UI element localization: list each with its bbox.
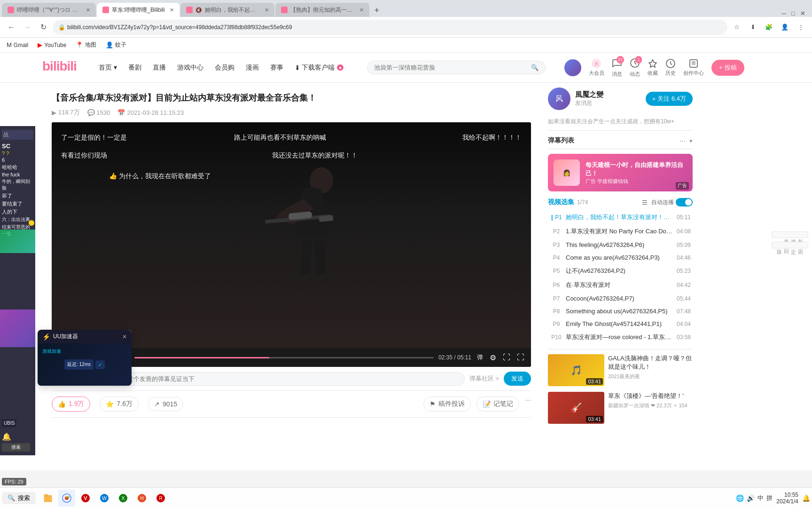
window-minimize-btn[interactable]: ─	[780, 9, 788, 17]
like-btn[interactable]: 👍 1.9万	[52, 397, 90, 412]
more-actions-btn[interactable]: ⋯	[525, 397, 531, 412]
network-icon[interactable]: 🌐	[736, 494, 744, 502]
taskbar-browser-btn[interactable]	[58, 490, 75, 507]
clock-date: 2024/1/4	[776, 498, 798, 505]
danmaku-submit-btn[interactable]: 发送	[504, 372, 531, 386]
playlist-item-p4[interactable]: P4 Come as you are(Av62763264,P3) 04:46	[548, 251, 693, 264]
extension-btn[interactable]: 🧩	[762, 21, 775, 34]
taskbar-search[interactable]: 🔍 搜索	[2, 492, 36, 504]
history-icon-wrap[interactable]: 历史	[665, 58, 676, 77]
theater-btn[interactable]: ⛶	[502, 352, 511, 363]
author-avatar[interactable]: 风	[548, 87, 570, 110]
progress-bar[interactable]	[134, 357, 434, 358]
bookmark-maps[interactable]: 📍 地图	[74, 40, 98, 50]
playlist-item-p7[interactable]: P7 Cocoon(Av62763264,P7) 05:44	[548, 292, 693, 305]
tab-close-4[interactable]: ✕	[359, 7, 364, 13]
playlist-item-p9[interactable]: P9 Emily The Ghost(Av457142441,P1) 04:04	[548, 318, 693, 330]
search-input[interactable]	[374, 64, 527, 71]
bookmark-star-btn[interactable]: ☆	[730, 21, 743, 34]
playlist-item-p6[interactable]: P6 在·草东没有派对 04:42	[548, 278, 693, 292]
user-avatar[interactable]	[564, 59, 581, 76]
forward-btn[interactable]: →	[21, 21, 34, 34]
tab-close-3[interactable]: ✕	[265, 7, 269, 13]
creation-icon-wrap[interactable]: 创作中心	[683, 58, 704, 77]
playlist-list-icon[interactable]: ☰	[642, 199, 648, 206]
danmaku-toggle-btn[interactable]: 弹	[476, 352, 484, 363]
volume-sys-icon[interactable]: 🔊	[747, 494, 755, 502]
ime-icon[interactable]: 中	[757, 494, 764, 502]
new-danmaku-btn[interactable]: 新弹幕	[772, 231, 808, 238]
feedback-btn[interactable]: 固定回版	[772, 242, 808, 248]
report-btn[interactable]: ⚑ 稿件投诉	[423, 397, 471, 412]
download-btn[interactable]: ⬇	[746, 21, 759, 34]
overlay-search-btn[interactable]: 搜索	[2, 443, 30, 452]
author-action[interactable]: 发消息	[575, 99, 641, 107]
playlist-item-p10[interactable]: P10 草东没有派对—rose colored - 1.草东没有… 03:58	[548, 330, 693, 344]
playlist-item-p8[interactable]: P8 Something about us(Av62763264,P5) 07:…	[548, 305, 693, 318]
window-restore-btn[interactable]: □	[789, 9, 797, 17]
taskbar-files-btn[interactable]	[39, 490, 56, 507]
favorites-icon-wrap[interactable]: 收藏	[648, 58, 658, 77]
tab-4[interactable]: 【熟肉】彻元知的高一后巅峰狂... ✕	[275, 3, 369, 17]
taskbar-app4-btn[interactable]: W	[96, 490, 113, 507]
autoplay-toggle[interactable]: 自动连播	[651, 198, 693, 206]
danmaku-input[interactable]	[127, 375, 458, 382]
nav-match[interactable]: 赛事	[265, 61, 288, 75]
tab-close-1[interactable]: ✕	[86, 7, 90, 13]
tab-3[interactable]: 🔇 她明白，我给不起！草东没... ✕	[180, 3, 274, 17]
danmaku-expand-icon[interactable]: ▾	[689, 137, 693, 144]
tab-2[interactable]: 草东:哔哩哔哩_Bilibili ✕	[97, 3, 180, 17]
favorite-btn[interactable]: ⭐ 7.6万	[100, 397, 138, 412]
settings-btn[interactable]: ⋮	[794, 21, 807, 34]
reload-btn[interactable]: ↻	[37, 21, 50, 34]
new-tab-button[interactable]: +	[370, 4, 383, 17]
playlist-item-p2[interactable]: P2 1.草东没有派对 No Party For Cao Dong - … 04…	[548, 224, 693, 238]
settings-video-btn[interactable]: ⚙	[489, 352, 497, 363]
tab-1[interactable]: 哔哩哔哩（"°∀°")つロ 干杯~-bili... ✕	[2, 3, 96, 17]
nav-home[interactable]: 首页 ▾	[94, 61, 122, 75]
ad-banner[interactable]: 👩 每天建模一小时，自由搭建单养活自己！ 广告 学建模赚钱钱 广告	[548, 154, 693, 191]
bookmark-gmail[interactable]: M Gmail	[5, 40, 30, 49]
recommend-card-gala[interactable]: 🎵 03:41 GALA洗脑神曲！走调？哑？但就是这个味儿！ 2021最美的夜	[548, 349, 693, 386]
search-btn[interactable]: 🔍	[531, 64, 539, 71]
share-btn[interactable]: ↗ 9015	[148, 397, 183, 411]
nav-anime[interactable]: 番剧	[124, 61, 146, 75]
taskbar-antivirus-btn[interactable]: V	[77, 490, 94, 507]
toggle-track[interactable]	[676, 198, 693, 206]
bili-logo[interactable]: bilibili	[42, 58, 80, 77]
profile-btn[interactable]: 👤	[778, 21, 791, 34]
danmaku-input-wrap[interactable]	[120, 372, 465, 386]
back-btn[interactable]: ←	[5, 21, 18, 34]
notes-btn[interactable]: 📝 记笔记	[476, 397, 519, 412]
bookmark-app[interactable]: 👤 蚊子	[104, 40, 128, 50]
bili-search-bar[interactable]: 🔍	[367, 61, 546, 74]
nav-live[interactable]: 直播	[148, 61, 171, 75]
tab-close-2[interactable]: ✕	[170, 7, 174, 13]
taskbar-app7-btn[interactable]: R	[152, 490, 169, 507]
vip-icon-wrap[interactable]: 大 大会员	[589, 58, 604, 77]
nav-shop[interactable]: 会员购	[210, 61, 239, 75]
playlist-item-p5[interactable]: P5 让不(Av62763264,P2) 05:23	[548, 264, 693, 278]
dynamic-icon-wrap[interactable]: 1 动态	[630, 58, 640, 78]
nav-comic[interactable]: 漫画	[241, 61, 264, 75]
notification-center-icon[interactable]: 🔔	[802, 494, 810, 502]
follow-btn[interactable]: + 关注 6.4万	[646, 92, 693, 106]
nav-game[interactable]: 游戏中心	[172, 61, 208, 75]
pinyin-icon[interactable]: 拼	[766, 494, 773, 502]
address-bar[interactable]: 🔒 bilibili.com/video/BV1ZZ4y1w72y?p=1&vd…	[53, 20, 727, 35]
playlist-item-p3[interactable]: P3 This feeling(Av62763264,P6) 05:09	[548, 238, 693, 251]
uu-close-btn[interactable]: ✕	[122, 333, 127, 340]
bookmark-youtube[interactable]: ▶ YouTube	[36, 40, 68, 49]
window-close-btn[interactable]: ✕	[799, 9, 806, 17]
playlist-item-p1[interactable]: ‖ P1 她明白，我给不起！草东没有派对！山海… 05:11	[548, 210, 693, 224]
taskbar-app5-btn[interactable]: X	[115, 490, 132, 507]
notification-bell[interactable]: 🔔	[2, 432, 11, 441]
recommend-card-caodong[interactable]: 🎸 03:41 草东《顶楼》—'吾着绝望！' 新疆街罗一次深情 ❤ 22.3万 …	[548, 392, 693, 424]
fullscreen-btn[interactable]: ⛶	[516, 352, 525, 363]
taskbar-app6-btn[interactable]: H	[133, 490, 150, 507]
nav-download[interactable]: ⬇下载客户端 ●	[290, 61, 348, 75]
upload-button[interactable]: + 投稿	[711, 60, 744, 76]
message-icon-wrap[interactable]: 37 消息	[612, 58, 622, 78]
danmaku-settings-link[interactable]: 弹幕社区 >	[469, 374, 499, 383]
danmaku-menu-icon[interactable]: ⋯	[679, 137, 686, 144]
